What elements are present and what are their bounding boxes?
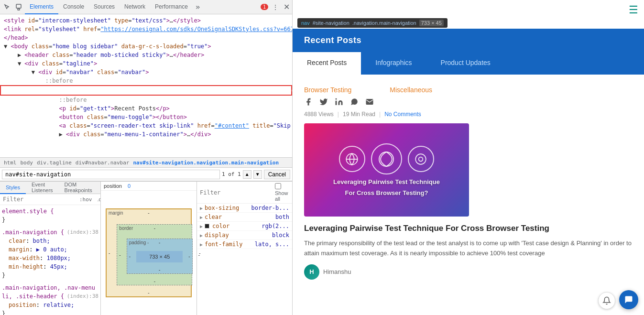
tree-line[interactable]: ▼ <div id="navbar" class="navbar"> (0, 68, 292, 76)
computed-prop-value: border-b... (251, 205, 289, 211)
chat-button[interactable] (619, 290, 638, 309)
bm-content-size: 733 × 45 (149, 254, 170, 260)
tab-event-listeners[interactable]: Event Listeners (26, 182, 59, 194)
computed-props-list: ▶box-sizingborder-b...▶clearboth▶colorrg… (197, 204, 292, 249)
margin-label: margin (109, 210, 123, 216)
tree-line[interactable]: ▼ <div class="tagline"> (0, 59, 292, 68)
css-rule: .main-navigation, .nav-menu li, .site-he… (2, 283, 98, 315)
post-image-icons (339, 143, 434, 174)
tab-styles[interactable]: Styles (0, 182, 26, 194)
error-badge: 1 (261, 4, 268, 10)
author-name: Himanshu (323, 268, 351, 275)
bm-border-row: - padding - - - 733 × 45 (117, 232, 192, 278)
tree-line[interactable]: <a class="screen-reader-text skip-link" … (0, 121, 292, 130)
breadcrumb-nav-current[interactable]: nav#site-navigation.navigation.main-navi… (133, 160, 279, 166)
tree-line[interactable]: <style id="intercom-stylesheet" type="te… (0, 16, 292, 25)
tab-infographics[interactable]: Infographics (361, 52, 426, 75)
computed-prop-item[interactable]: ▶displayblock (197, 231, 292, 240)
browser-icon-1 (339, 146, 365, 172)
search-input[interactable] (2, 170, 220, 179)
search-next-btn[interactable]: ▼ (253, 170, 262, 179)
styles-panel: Styles Event Listeners DOM Breakpoints P… (0, 182, 101, 315)
bm-padding-right: - (186, 254, 192, 259)
svg-point-4 (379, 152, 393, 166)
devtools-more-tabs-btn[interactable]: » (193, 2, 203, 11)
tab-elements[interactable]: Elements (25, 0, 58, 14)
bottom-panels: Styles Event Listeners DOM Breakpoints P… (0, 181, 292, 315)
tab-sources[interactable]: Sources (89, 0, 120, 14)
post-image-text-2: For Cross Browser Testing? (345, 189, 428, 196)
tree-line[interactable]: <nav id="site-navigation" class="navigat… (0, 85, 292, 96)
breadcrumb-div-navbar[interactable]: div#navbar.navbar (76, 160, 130, 166)
tree-line[interactable]: ::before (0, 96, 292, 104)
tree-line[interactable]: <link rel="stylesheet" href="https://one… (0, 25, 292, 33)
tab-console[interactable]: Console (58, 0, 89, 14)
hamburger-icon[interactable]: ☰ (629, 4, 638, 16)
search-bar: 1 of 1 ▲ ▼ Cancel (0, 168, 292, 181)
devtools-panel: Elements Console Sources Network Perform… (0, 0, 293, 315)
tab-network[interactable]: Network (120, 0, 150, 14)
whatsapp-icon[interactable] (350, 98, 359, 108)
box-model-position-value: 0 (128, 183, 131, 189)
search-cancel-btn[interactable]: Cancel (264, 170, 290, 179)
twitter-icon[interactable] (319, 98, 328, 108)
box-model-diagram: margin - - border - - padding - - (101, 191, 196, 315)
computed-panel: Show all ▶box-sizingborder-b...▶clearbot… (196, 182, 292, 315)
author-avatar: H (304, 264, 319, 280)
svg-rect-1 (18, 9, 20, 10)
filter-hov-btn[interactable]: :hov (78, 196, 94, 203)
bm-border-left: - (117, 252, 122, 258)
post-title[interactable]: Leveraging Pairwise Test Technique For C… (304, 223, 633, 234)
website-panel: nav #site-navigation .navigation.main-na… (293, 0, 644, 315)
computed-prop-item[interactable]: ▶box-sizingborder-b... (197, 204, 292, 213)
computed-prop-name: display (205, 232, 270, 239)
computed-prop-value: block (272, 232, 289, 239)
padding-label: padding - (129, 240, 149, 245)
comments-link[interactable]: No Comments (384, 111, 421, 118)
tree-line[interactable]: ▶ <header class="header mob-sticked stic… (0, 51, 292, 59)
tab-dom-breakpoints[interactable]: DOM Breakpoints (59, 182, 98, 194)
tab-product-updates[interactable]: Product Updates (426, 52, 505, 75)
tree-line[interactable]: </head> (0, 33, 292, 42)
facebook-icon[interactable] (304, 98, 313, 108)
email-icon[interactable] (365, 98, 374, 108)
tree-line[interactable]: ▶ <div class="menu-menu-1-container">…</… (0, 130, 292, 139)
breadcrumb-html[interactable]: html (4, 160, 17, 166)
filter-input[interactable] (3, 196, 76, 203)
tree-line[interactable]: <button class="menu-toggle"></button> (0, 113, 292, 121)
show-all-checkbox[interactable] (275, 183, 281, 189)
devtools-settings-btn[interactable]: ⋮ (270, 2, 281, 12)
bm-margin-row: - border - - padding - - - (107, 217, 191, 289)
computed-prop-item[interactable]: ▶colorrgb(2... (197, 222, 292, 231)
devtools-tabs: Elements Console Sources Network Perform… (25, 0, 258, 14)
css-rule: .main-navigation { (index):38clear: both… (2, 228, 98, 280)
html-tree[interactable]: <style id="intercom-stylesheet" type="te… (0, 14, 292, 157)
element-tooltip: nav #site-navigation .navigation.main-na… (297, 18, 448, 28)
tree-line[interactable]: ::before (0, 76, 292, 85)
breadcrumb-div-tagline[interactable]: div.tagline (37, 160, 72, 166)
computed-filter-input[interactable] (200, 189, 273, 196)
linkedin-icon[interactable] (335, 98, 343, 108)
devtools-select-element-btn[interactable] (2, 2, 12, 12)
computed-prop-item[interactable]: ▶font-familylato, s... (197, 240, 292, 249)
computed-prop-item[interactable]: ▶clearboth (197, 213, 292, 222)
devtools-device-btn[interactable] (13, 2, 24, 12)
stats-divider-2: | (379, 111, 381, 118)
devtools-close-btn[interactable]: ✕ (283, 3, 290, 11)
search-prev-btn[interactable]: ▲ (243, 170, 251, 179)
author-row: H Himanshu (304, 264, 633, 280)
devtools-topbar-right: 1 ⋮ ✕ (259, 2, 290, 12)
computed-prop-value: rgb(2... (262, 223, 289, 229)
tab-performance[interactable]: Performance (150, 0, 193, 14)
tab-recent-posts[interactable]: Recent Posts (293, 52, 361, 75)
filter-cls-btn[interactable]: .cls (96, 196, 101, 203)
recent-posts-header: Recent Posts (293, 29, 644, 52)
category-browser-testing[interactable]: Browser Testing (304, 86, 351, 94)
computed-prop-name: font-family (205, 241, 253, 248)
tree-line[interactable]: <p id="get-txt">Recent Posts</p> (0, 104, 292, 113)
box-model-panel: position 0 margin - - border - - (101, 182, 196, 315)
notification-button[interactable] (598, 292, 615, 309)
tree-line[interactable]: ▼ <body class="home blog sidebar" data-g… (0, 42, 292, 51)
breadcrumb-body[interactable]: body (21, 160, 33, 166)
category-miscellaneous[interactable]: Miscellaneous (390, 86, 432, 94)
